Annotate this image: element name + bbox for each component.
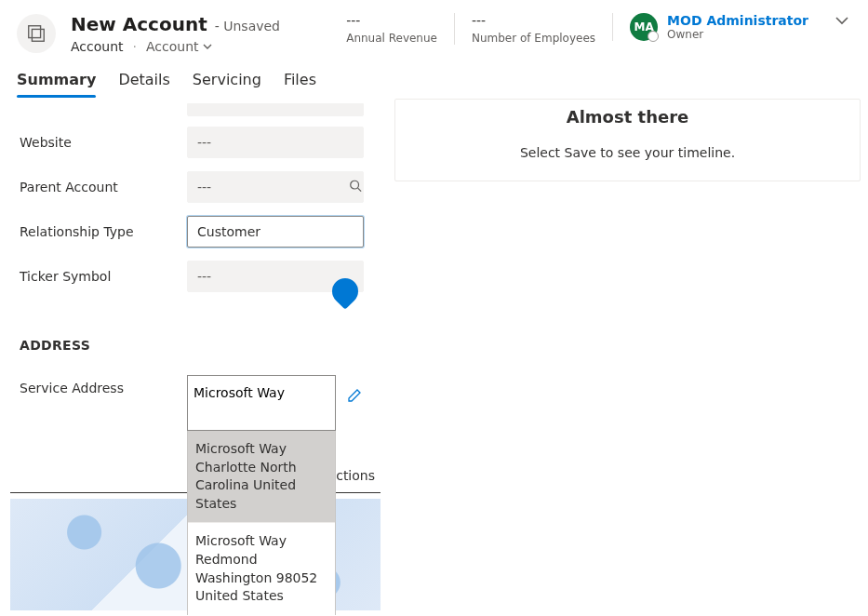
form-tabs: Summary Details Servicing Files [0, 63, 868, 99]
owner-block[interactable]: MA MOD Administrator Owner [612, 13, 808, 41]
header-expand-button[interactable] [835, 13, 849, 32]
owner-text: MOD Administrator Owner [667, 13, 808, 41]
field-label-relationship-type: Relationship Type [20, 224, 187, 239]
field-row-service-address: Service Address Microsoft Way Microsoft … [20, 362, 371, 435]
field-row-relationship-type: Relationship Type Customer [20, 209, 371, 254]
field-row-parent-account: Parent Account --- [20, 165, 371, 209]
stat-value: --- [346, 13, 437, 28]
field-label-ticker-symbol: Ticker Symbol [20, 269, 187, 284]
edit-address-button[interactable] [347, 388, 362, 407]
owner-label: Owner [667, 28, 808, 41]
unsaved-indicator: - Unsaved [215, 19, 280, 33]
field-label-parent-account: Parent Account [20, 180, 187, 194]
tab-details[interactable]: Details [118, 63, 169, 98]
form-selector[interactable]: Account [146, 39, 212, 54]
owner-name: MOD Administrator [667, 13, 808, 28]
search-icon[interactable] [349, 179, 362, 196]
svg-line-3 [358, 188, 362, 192]
relationship-type-select[interactable]: Customer [187, 216, 364, 248]
parent-account-lookup[interactable]: --- [187, 171, 364, 203]
record-header: New Account - Unsaved Account · Account … [0, 0, 868, 63]
pencil-icon [347, 388, 362, 403]
stat-label: Number of Employees [472, 32, 595, 45]
breadcrumb-separator: · [133, 39, 137, 54]
header-right: --- Annual Revenue --- Number of Employe… [329, 13, 849, 45]
account-square-icon [26, 23, 47, 44]
field-row-website: Website --- [20, 120, 371, 165]
record-title: New Account [71, 13, 207, 35]
left-column: Website --- Parent Account --- Relations… [9, 99, 381, 615]
service-address-input-wrap: Microsoft Way Microsoft Way Charlotte No… [187, 375, 336, 435]
tab-servicing[interactable]: Servicing [193, 63, 261, 98]
svg-point-2 [351, 181, 359, 189]
timeline-title: Almost there [412, 107, 843, 127]
field-label-website: Website [20, 135, 187, 150]
svg-rect-0 [29, 26, 41, 38]
field-row-ticker-symbol: Ticker Symbol --- [20, 254, 371, 299]
section-title-address: ADDRESS [20, 332, 371, 362]
map-actions-label[interactable]: ctions [336, 468, 375, 483]
address-section: ADDRESS Service Address Microsoft Way Mi… [9, 322, 381, 445]
address-suggestion-item[interactable]: Microsoft Way Charlotte North Carolina U… [188, 431, 335, 522]
field-label-service-address: Service Address [20, 375, 187, 395]
title-block: New Account - Unsaved Account · Account [71, 13, 280, 54]
title-line: New Account - Unsaved [71, 13, 280, 35]
right-column: Almost there Select Save to see your tim… [394, 99, 861, 615]
account-info-section: Website --- Parent Account --- Relations… [9, 99, 381, 309]
stat-value: --- [472, 13, 595, 28]
address-suggestions-dropdown: Microsoft Way Charlotte North Carolina U… [187, 431, 336, 615]
stat-number-of-employees[interactable]: --- Number of Employees [454, 13, 612, 45]
field-row-cut [20, 100, 371, 120]
entity-name: Account [71, 39, 124, 54]
timeline-placeholder-card: Almost there Select Save to see your tim… [394, 99, 861, 181]
owner-avatar: MA [630, 13, 658, 41]
stat-annual-revenue[interactable]: --- Annual Revenue [329, 13, 454, 45]
svg-rect-1 [32, 29, 44, 41]
form-selector-label: Account [146, 39, 199, 54]
tab-files[interactable]: Files [284, 63, 316, 98]
breadcrumb: Account · Account [71, 39, 280, 54]
chevron-down-icon [835, 13, 849, 28]
service-address-input[interactable]: Microsoft Way [187, 375, 336, 431]
stat-label: Annual Revenue [346, 32, 437, 45]
form-content: Website --- Parent Account --- Relations… [0, 99, 868, 615]
timeline-message: Select Save to see your timeline. [412, 145, 843, 160]
website-input[interactable]: --- [187, 127, 364, 158]
header-left: New Account - Unsaved Account · Account [17, 13, 280, 54]
entity-icon [17, 14, 56, 53]
chevron-down-icon [203, 42, 212, 51]
tab-summary[interactable]: Summary [17, 63, 96, 98]
address-suggestion-item[interactable]: Microsoft Way Redmond Washington 98052 U… [188, 522, 335, 614]
field-input-cut[interactable] [187, 103, 364, 116]
